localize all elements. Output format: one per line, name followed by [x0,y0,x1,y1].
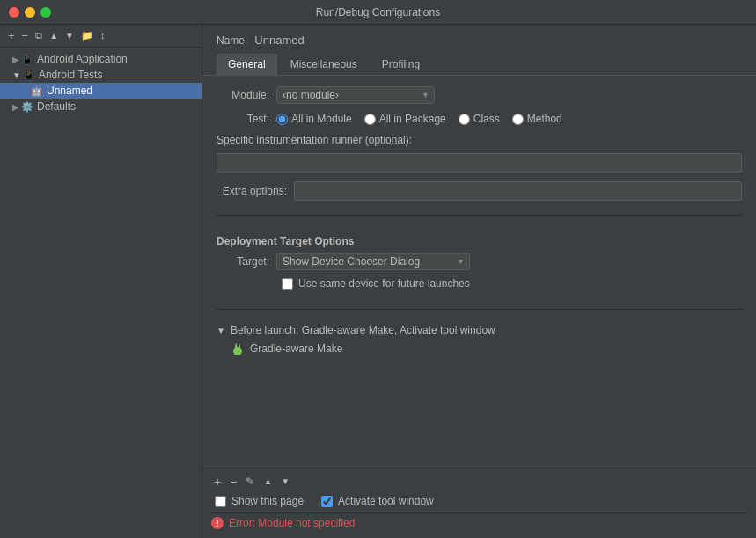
main-layout: + − ⧉ ▲ ▼ 📁 ↕ ▶ 📱 Android Application ▼ … [0,25,756,538]
target-select[interactable]: Show Device Chooser Dialog [276,253,470,270]
before-launch-label: Before launch: Gradle-aware Make, Activa… [231,324,495,336]
activate-window-label: Activate tool window [338,495,434,507]
tree-item-unnamed[interactable]: 🤖 Unnamed [0,83,202,99]
radio-class[interactable]: Class [459,113,500,125]
extra-options-row: Extra options: [217,181,742,201]
tree-item-android-app[interactable]: ▶ 📱 Android Application [0,51,202,67]
maximize-button[interactable] [40,7,51,18]
module-select[interactable]: ‹no module› [276,86,435,104]
minimize-button[interactable] [25,7,35,18]
tree-item-defaults[interactable]: ▶ ⚙️ Defaults [0,99,202,114]
down-launch-button[interactable]: ▼ [278,475,292,488]
tabs-bar: General Miscellaneous Profiling [202,54,756,76]
extra-options-input[interactable] [294,181,742,201]
before-launch-list: Gradle-aware Make [217,336,742,361]
add-launch-button[interactable]: + [211,474,224,490]
window-title: Run/Debug Configurations [316,6,440,18]
android-tests-icon: 📱 [23,70,35,81]
before-launch-section: ▼ Before launch: Gradle-aware Make, Acti… [217,324,742,361]
before-launch-header[interactable]: ▼ Before launch: Gradle-aware Make, Acti… [217,324,742,336]
gradle-make-label: Gradle-aware Make [250,343,342,355]
show-page-checkbox[interactable] [215,496,226,507]
instrumentation-label: Specific instrumentation runner (optiona… [217,134,742,146]
gradle-make-item: Gradle-aware Make [231,340,742,357]
close-button[interactable] [9,7,19,18]
target-row: Target: Show Device Chooser Dialog [217,253,742,270]
same-device-checkbox-item[interactable]: Use same device for future launches [278,277,742,290]
radio-method-label: Method [527,113,562,125]
name-label: Name: [217,34,247,47]
separator-2 [217,309,742,310]
gradle-icon [231,342,245,356]
remove-launch-button[interactable]: − [227,474,239,490]
extra-options-label: Extra options: [217,185,287,197]
radio-all-in-module-label: All in Module [291,113,352,125]
unnamed-label: Unnamed [47,85,92,97]
module-label: Module: [217,89,269,101]
radio-method[interactable]: Method [512,113,562,125]
instrumentation-block: Specific instrumentation runner (optiona… [217,134,742,173]
title-bar: Run/Debug Configurations [0,0,756,25]
add-config-button[interactable]: + [5,28,18,43]
window-controls[interactable] [9,7,51,18]
unnamed-icon: 🤖 [30,85,43,97]
test-label: Test: [217,113,269,125]
android-app-icon: 📱 [21,54,33,65]
target-label: Target: [217,255,269,268]
arrow-defaults: ▶ [12,102,19,112]
radio-all-in-module[interactable]: All in Module [276,113,352,125]
name-value[interactable]: Unnamed [254,33,304,47]
tab-profiling[interactable]: Profiling [371,54,431,75]
folder-button[interactable]: 📁 [78,29,96,42]
radio-all-in-package-label: All in Package [379,113,446,125]
show-page-label: Show this page [231,495,304,507]
module-select-wrapper: ‹no module› [276,86,435,104]
up-launch-button[interactable]: ▲ [261,475,275,488]
defaults-icon: ⚙️ [21,101,33,113]
radio-all-in-package[interactable]: All in Package [364,113,446,125]
arrow-android-app: ▶ [12,55,19,64]
left-toolbar: + − ⧉ ▲ ▼ 📁 ↕ [0,25,202,48]
separator-1 [217,215,742,216]
svg-point-0 [233,347,242,355]
same-device-checkbox[interactable] [282,278,293,290]
tab-content-general: Module: ‹no module› Test: All in Module [202,76,756,468]
defaults-label: Defaults [37,100,76,113]
edit-launch-button[interactable]: ✎ [243,475,257,489]
copy-config-button[interactable]: ⧉ [33,29,45,42]
error-bar: ! Error: Module not specified [211,512,747,533]
bottom-checks: Show this page Activate tool window [211,495,747,507]
activate-window-checkbox[interactable] [321,496,333,507]
arrow-android-tests: ▼ [12,70,21,80]
launch-actions: + − ✎ ▲ ▼ [211,474,747,490]
deployment-block: Deployment Target Options Target: Show D… [217,230,742,295]
move-down-button[interactable]: ▼ [62,30,77,42]
activate-window-checkbox-item[interactable]: Activate tool window [318,495,434,507]
remove-config-button[interactable]: − [19,28,32,43]
android-app-label: Android Application [37,53,128,65]
left-panel: + − ⧉ ▲ ▼ 📁 ↕ ▶ 📱 Android Application ▼ … [0,25,202,538]
right-panel: Name: Unnamed General Miscellaneous Prof… [202,25,756,538]
before-launch-arrow: ▼ [217,326,225,335]
target-select-wrapper: Show Device Chooser Dialog [276,253,470,270]
instrumentation-input[interactable] [217,153,742,173]
test-row: Test: All in Module All in Package Class [217,113,742,125]
move-up-button[interactable]: ▲ [47,30,61,42]
android-tests-label: Android Tests [39,69,103,81]
error-icon: ! [211,517,224,529]
tab-general[interactable]: General [217,54,277,75]
tab-miscellaneous[interactable]: Miscellaneous [279,54,369,75]
tree-area: ▶ 📱 Android Application ▼ 📱 Android Test… [0,48,202,538]
deployment-header: Deployment Target Options [217,235,742,247]
show-page-checkbox-item[interactable]: Show this page [211,495,304,507]
same-device-label: Use same device for future launches [298,277,470,290]
tree-item-android-tests[interactable]: ▼ 📱 Android Tests [0,67,202,83]
test-radio-group: All in Module All in Package Class Metho… [276,113,562,125]
name-row: Name: Unnamed [202,25,756,54]
bottom-toolbar: + − ✎ ▲ ▼ Show this page Activate tool w… [202,468,756,538]
sort-button[interactable]: ↕ [98,29,108,42]
radio-class-label: Class [473,113,500,125]
module-row: Module: ‹no module› [217,86,742,104]
error-text: Error: Module not specified [229,517,355,529]
